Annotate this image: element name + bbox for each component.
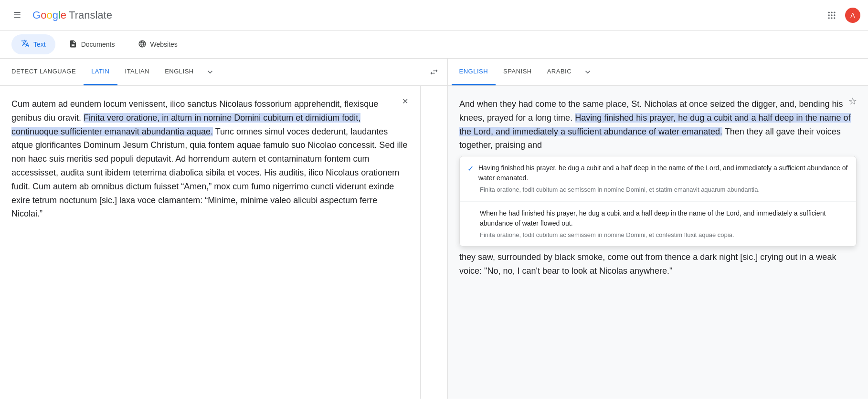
apps-icon[interactable] xyxy=(822,6,841,25)
target-panel: And when they had come to the same place… xyxy=(447,86,868,399)
swap-button[interactable] xyxy=(424,62,444,82)
source-lang-bar: DETECT LANGUAGE LATIN ITALIAN ENGLISH xyxy=(0,59,421,85)
english-src-lang-label: ENGLISH xyxy=(165,68,194,75)
lang-tab-spanish[interactable]: SPANISH xyxy=(496,59,540,85)
svg-point-3 xyxy=(828,14,830,16)
svg-point-8 xyxy=(834,17,835,19)
svg-point-5 xyxy=(834,14,835,16)
swap-column xyxy=(421,86,447,399)
globe-icon xyxy=(138,40,147,50)
alt-item-1[interactable]: ✓ Having finished his prayer, he dug a c… xyxy=(460,156,856,202)
panels: Cum autem ad eundem locum venissent, ili… xyxy=(0,86,868,399)
lang-tab-detect[interactable]: DETECT LANGUAGE xyxy=(4,59,84,85)
logo: Google Translate xyxy=(32,9,112,21)
tab-documents-label: Documents xyxy=(81,41,115,48)
alt-1-latin-text: Finita oratione, fodit cubitum ac semiss… xyxy=(480,185,848,195)
english-tgt-lang-label: ENGLISH xyxy=(459,68,488,75)
alt-2-latin-text: Finita oratione, fodit cubitum ac semiss… xyxy=(480,230,848,240)
lang-tab-english-tgt[interactable]: ENGLISH xyxy=(452,59,496,85)
source-text-after: Tunc omnes simul voces dederunt, laudant… xyxy=(11,127,407,219)
translation-content: And when they had come to the same place… xyxy=(459,97,857,152)
lang-tab-arabic[interactable]: ARABIC xyxy=(540,59,579,85)
arabic-lang-label: ARABIC xyxy=(547,68,572,75)
star-button[interactable]: ☆ xyxy=(845,93,860,109)
svg-point-0 xyxy=(828,11,830,13)
svg-point-6 xyxy=(828,17,830,19)
target-lang-more[interactable] xyxy=(579,59,596,85)
lang-tab-italian[interactable]: ITALIAN xyxy=(117,59,158,85)
document-icon xyxy=(69,40,77,50)
tab-websites-label: Websites xyxy=(150,41,178,48)
tab-text-label: Text xyxy=(33,41,46,48)
source-lang-more[interactable] xyxy=(201,59,219,85)
header-right: A xyxy=(822,6,860,25)
tab-bar: Text Documents Websites xyxy=(0,31,868,59)
translate-icon xyxy=(21,39,30,50)
header-left: ☰ Google Translate xyxy=(8,6,112,25)
source-text-content[interactable]: Cum autem ad eundem locum venissent, ili… xyxy=(11,97,409,221)
detect-lang-label: DETECT LANGUAGE xyxy=(11,68,76,75)
alt-1-en-text: Having finished his prayer, he dug a cub… xyxy=(478,163,848,183)
tab-text[interactable]: Text xyxy=(11,34,55,54)
alt-item-2[interactable]: When he had finished his prayer, he dug … xyxy=(460,202,856,247)
lang-tab-english-src[interactable]: ENGLISH xyxy=(157,59,201,85)
svg-point-4 xyxy=(831,14,832,16)
svg-point-2 xyxy=(834,11,835,13)
alt-2-en-text: When he had finished his prayer, he dug … xyxy=(480,208,848,228)
tab-websites[interactable]: Websites xyxy=(128,35,187,54)
logo-translate-text: Translate xyxy=(69,9,112,21)
svg-point-7 xyxy=(831,17,832,19)
clear-button[interactable]: ✕ xyxy=(397,93,413,109)
swap-area xyxy=(421,59,447,85)
spanish-lang-label: SPANISH xyxy=(503,68,532,75)
menu-icon[interactable]: ☰ xyxy=(8,6,27,25)
language-bars: DETECT LANGUAGE LATIN ITALIAN ENGLISH xyxy=(0,59,868,86)
latin-lang-label: LATIN xyxy=(91,68,109,75)
tab-documents[interactable]: Documents xyxy=(59,35,125,54)
alt-dropdown: ✓ Having finished his prayer, he dug a c… xyxy=(459,156,857,247)
main-area: DETECT LANGUAGE LATIN ITALIAN ENGLISH xyxy=(0,59,868,399)
translation-continued: they saw, surrounded by black smoke, com… xyxy=(459,250,857,278)
avatar[interactable]: A xyxy=(845,8,860,23)
source-panel: Cum autem ad eundem locum venissent, ili… xyxy=(0,86,421,399)
lang-tab-latin[interactable]: LATIN xyxy=(84,59,117,85)
checkmark-icon-1: ✓ xyxy=(467,164,474,173)
header: ☰ Google Translate A xyxy=(0,0,868,31)
svg-point-1 xyxy=(831,11,832,13)
italian-lang-label: ITALIAN xyxy=(125,68,150,75)
target-lang-bar: ENGLISH SPANISH ARABIC xyxy=(447,59,868,85)
